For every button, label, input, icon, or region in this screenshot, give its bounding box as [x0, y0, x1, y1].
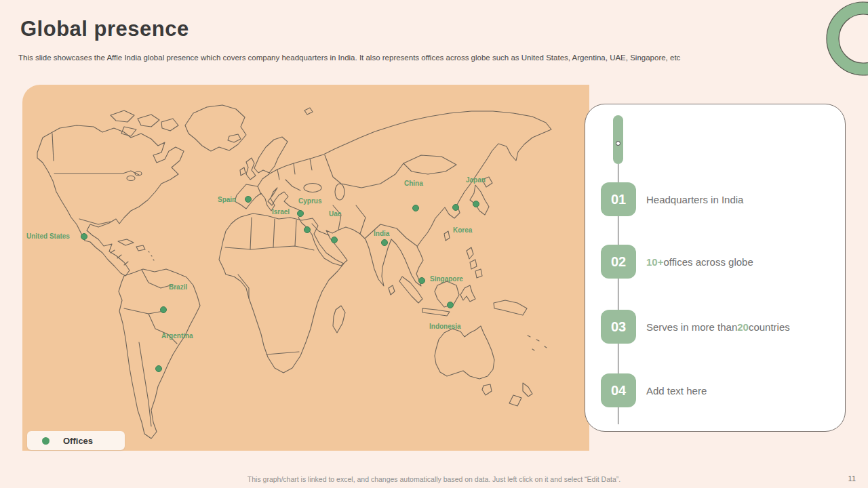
office-dot-korea	[452, 204, 459, 211]
timeline-card: 01Headquarters in India0210+ offices acr…	[585, 104, 846, 432]
highlighted-text: 10+	[646, 256, 663, 268]
timeline-start-marker-icon	[616, 141, 620, 146]
world-map: United StatesSpainIsraelCyprusUaeIndiaCh…	[22, 85, 589, 451]
office-label-china: China	[404, 180, 423, 187]
timeline-item-text: Headquarters in India	[646, 182, 743, 216]
office-dot-spain	[245, 196, 252, 203]
office-dot-israel	[297, 210, 304, 217]
footer-note: This graph/chart is linked to excel, and…	[0, 475, 868, 483]
office-label-brazil: Brazil	[169, 283, 187, 291]
legend-label: Offices	[63, 436, 93, 446]
page-subtitle: This slide showcases the Affle India glo…	[18, 54, 737, 62]
timeline-number-badge: 01	[601, 182, 636, 216]
timeline-start-pill	[613, 115, 623, 164]
map-legend: Offices	[27, 431, 125, 450]
office-label-spain: Spain	[218, 196, 236, 203]
office-label-korea: Korea	[453, 226, 472, 234]
timeline-item-03: 03Serves in more than 20 countries	[585, 310, 845, 344]
office-label-uae: Uae	[329, 210, 341, 218]
timeline-item-04: 04Add text here	[585, 373, 845, 407]
office-dot-uae	[331, 237, 338, 243]
office-dot-india	[381, 239, 388, 246]
plain-text: Add text here	[646, 385, 707, 396]
office-dot-china	[412, 205, 419, 211]
world-map-outlines	[22, 85, 589, 451]
timeline-number-badge: 04	[601, 373, 636, 407]
office-dot-indonesia	[447, 302, 454, 308]
office-label-indonesia: Indonesia	[429, 323, 461, 330]
office-label-japan: Japan	[466, 176, 486, 184]
office-dot-brazil	[160, 306, 167, 313]
office-dot-united-states	[81, 233, 87, 240]
decorative-ring	[790, 0, 868, 85]
highlighted-text: 20	[737, 321, 749, 333]
office-label-united-states: United States	[26, 232, 70, 240]
office-label-argentina: Argentina	[161, 332, 193, 340]
page-title: Global presence	[20, 17, 189, 41]
ring-icon	[790, 0, 868, 85]
plain-text: Serves in more than	[646, 321, 737, 333]
legend-office-dot-icon	[42, 437, 50, 445]
office-dot-argentina	[155, 365, 162, 372]
office-dot-cyprus	[304, 226, 311, 233]
office-dot-japan	[473, 201, 479, 207]
timeline-number-badge: 02	[601, 245, 636, 279]
office-label-israel: Israel	[272, 208, 290, 216]
plain-text: countries	[749, 321, 790, 333]
timeline-item-text: 10+ offices across globe	[646, 245, 753, 279]
office-label-singapore: Singapore	[430, 275, 463, 283]
plain-text: offices across globe	[663, 256, 753, 268]
timeline-item-02: 0210+ offices across globe	[585, 245, 845, 279]
plain-text: Headquarters in India	[646, 194, 743, 205]
office-label-cyprus: Cyprus	[298, 197, 321, 205]
office-dot-singapore	[418, 277, 425, 284]
page-number: 11	[848, 474, 856, 483]
timeline-item-01: 01Headquarters in India	[585, 182, 845, 216]
timeline-item-text: Serves in more than 20 countries	[646, 310, 790, 344]
timeline-item-text: Add text here	[646, 373, 707, 407]
office-label-india: India	[374, 230, 389, 237]
timeline-number-badge: 03	[601, 310, 636, 344]
